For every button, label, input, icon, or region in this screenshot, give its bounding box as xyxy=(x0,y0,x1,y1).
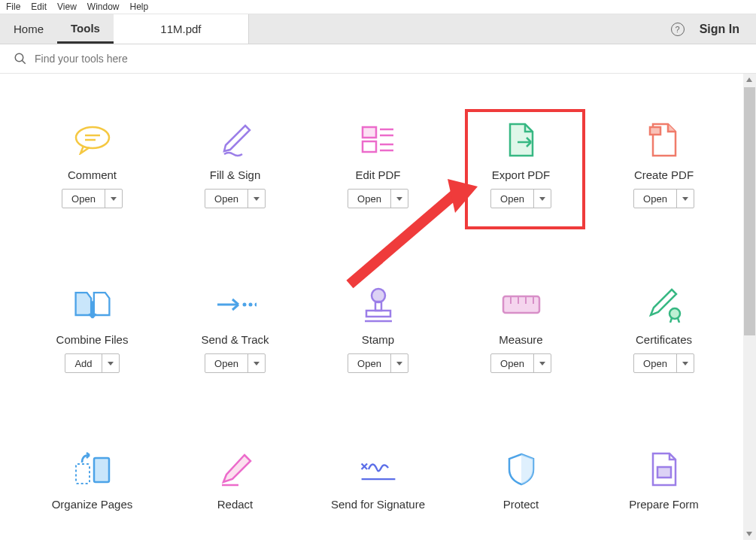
tool-send-signature[interactable]: Send for Signature xyxy=(307,448,450,511)
menu-bar: File Edit View Window Help xyxy=(0,0,756,14)
chevron-down-icon[interactable] xyxy=(391,354,408,372)
menu-window[interactable]: Window xyxy=(87,2,120,12)
svg-point-15 xyxy=(248,303,252,307)
tool-label: Send & Track xyxy=(201,333,269,346)
chevron-down-icon[interactable] xyxy=(534,354,551,372)
svg-rect-27 xyxy=(76,464,90,484)
chevron-down-icon[interactable] xyxy=(248,190,265,208)
tool-comment[interactable]: Comment Open xyxy=(21,119,164,208)
svg-point-14 xyxy=(242,303,246,307)
export-icon xyxy=(500,119,542,161)
tool-combine-files[interactable]: Combine Files Add xyxy=(21,284,164,373)
tool-action-button[interactable]: Open xyxy=(348,189,408,208)
organize-icon xyxy=(71,448,114,490)
menu-file[interactable]: File xyxy=(6,2,20,12)
chevron-down-icon[interactable] xyxy=(102,354,119,372)
send-icon xyxy=(214,284,257,326)
svg-rect-19 xyxy=(366,311,390,317)
chevron-down-icon[interactable] xyxy=(534,190,551,208)
tool-action-button[interactable]: Open xyxy=(490,189,551,208)
tool-action-button[interactable]: Open xyxy=(348,353,408,373)
tool-measure[interactable]: Measure Open xyxy=(450,284,593,373)
search-bar xyxy=(0,44,756,74)
svg-rect-5 xyxy=(363,127,376,138)
svg-point-0 xyxy=(15,53,23,62)
svg-line-1 xyxy=(22,60,26,64)
tool-action-button[interactable]: Open xyxy=(205,353,266,373)
tab-tools[interactable]: Tools xyxy=(57,14,114,44)
menu-help[interactable]: Help xyxy=(130,2,149,12)
vertical-scrollbar[interactable] xyxy=(743,74,756,540)
certificate-icon xyxy=(643,284,685,326)
search-icon xyxy=(14,52,27,65)
tool-fill-sign[interactable]: Fill & Sign Open xyxy=(164,119,307,208)
tool-edit-pdf[interactable]: Edit PDF Open xyxy=(307,119,450,208)
tool-label: Create PDF xyxy=(634,168,694,181)
tool-label: Edit PDF xyxy=(355,168,400,181)
tool-export-pdf[interactable]: Export PDF Open xyxy=(450,119,593,208)
tool-label: Organize Pages xyxy=(52,498,133,511)
menu-edit[interactable]: Edit xyxy=(31,2,47,12)
tool-action-button[interactable]: Open xyxy=(633,189,694,208)
scroll-up-arrow-icon[interactable] xyxy=(746,77,752,82)
svg-rect-8 xyxy=(363,141,376,152)
tool-organize-pages[interactable]: Organize Pages xyxy=(21,448,164,511)
scrollbar-thumb[interactable] xyxy=(744,87,755,335)
chevron-down-icon[interactable] xyxy=(105,190,122,208)
create-icon xyxy=(643,119,685,161)
svg-rect-11 xyxy=(650,127,660,135)
tool-prepare-form[interactable]: Prepare Form xyxy=(593,448,736,511)
chevron-down-icon[interactable] xyxy=(248,354,265,372)
tools-grid: Comment Open Fill & Sign Open Edit PDF O… xyxy=(0,119,756,511)
svg-point-2 xyxy=(76,127,109,148)
tab-bar: Home Tools 11M.pdf ? Sign In xyxy=(0,14,756,44)
shield-icon xyxy=(500,448,542,490)
tool-action-button[interactable]: Open xyxy=(62,189,123,208)
tool-label: Redact xyxy=(217,498,254,511)
svg-point-26 xyxy=(669,308,680,319)
pen-icon xyxy=(214,119,257,161)
sign-in-button[interactable]: Sign In xyxy=(700,23,739,36)
edit-icon xyxy=(357,119,399,161)
tool-redact[interactable]: Redact xyxy=(164,448,307,511)
combine-icon xyxy=(71,284,114,326)
chevron-down-icon[interactable] xyxy=(391,190,408,208)
tool-send-track[interactable]: Send & Track Open xyxy=(164,284,307,373)
svg-point-17 xyxy=(372,289,385,302)
tool-action-button[interactable]: Add xyxy=(65,353,119,373)
tool-action-button[interactable]: Open xyxy=(633,353,694,373)
comment-icon xyxy=(71,119,114,161)
redact-icon xyxy=(214,448,257,490)
tool-stamp[interactable]: Stamp Open xyxy=(307,284,450,373)
tool-label: Protect xyxy=(503,498,539,511)
svg-rect-33 xyxy=(657,467,671,478)
tool-label: Send for Signature xyxy=(331,498,425,511)
tool-label: Measure xyxy=(499,333,542,346)
tool-label: Comment xyxy=(68,168,117,181)
signature-icon xyxy=(357,448,399,490)
tools-workspace: Comment Open Fill & Sign Open Edit PDF O… xyxy=(0,74,756,540)
tool-action-button[interactable]: Open xyxy=(490,353,551,373)
tool-protect[interactable]: Protect xyxy=(450,448,593,511)
help-icon[interactable]: ? xyxy=(671,23,685,36)
svg-rect-28 xyxy=(94,458,109,482)
tool-label: Combine Files xyxy=(56,333,129,346)
tool-label: Prepare Form xyxy=(629,498,699,511)
tool-label: Fill & Sign xyxy=(210,168,261,181)
form-icon xyxy=(643,448,685,490)
search-input[interactable] xyxy=(35,53,742,65)
measure-icon xyxy=(500,284,542,326)
tab-document[interactable]: 11M.pdf xyxy=(114,14,249,44)
scroll-down-arrow-icon[interactable] xyxy=(746,532,752,536)
tool-create-pdf[interactable]: Create PDF Open xyxy=(593,119,736,208)
tool-label: Certificates xyxy=(636,333,692,346)
tool-action-button[interactable]: Open xyxy=(205,189,266,208)
tool-label: Stamp xyxy=(362,333,394,346)
svg-point-16 xyxy=(254,303,257,307)
chevron-down-icon[interactable] xyxy=(677,190,694,208)
chevron-down-icon[interactable] xyxy=(677,354,694,372)
tab-home[interactable]: Home xyxy=(0,14,57,44)
menu-view[interactable]: View xyxy=(57,2,77,12)
tool-certificates[interactable]: Certificates Open xyxy=(593,284,736,373)
tool-label: Export PDF xyxy=(492,168,551,181)
